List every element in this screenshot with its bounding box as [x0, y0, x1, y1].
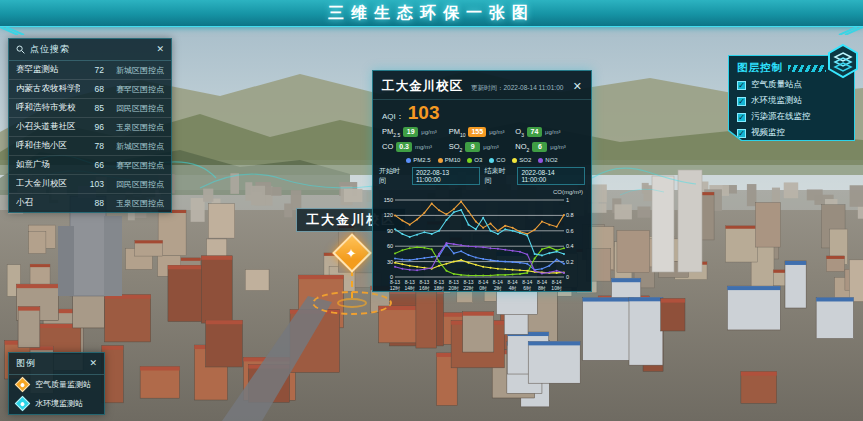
layer-item-pollution-sources[interactable]: ✓ 污染源在线监控 [737, 111, 846, 123]
legend-dot [512, 158, 517, 163]
checkbox-checked[interactable]: ✓ [737, 97, 746, 106]
station-row[interactable]: 工大金川校区 103 回民区国控点 [9, 175, 171, 194]
svg-text:0.6: 0.6 [566, 228, 574, 234]
close-icon[interactable]: ✕ [89, 359, 97, 368]
svg-text:150: 150 [384, 197, 393, 203]
station-panel-header: 点位搜索 ✕ [9, 39, 171, 61]
legend-item-air: 空气质量监测站 [9, 375, 104, 394]
svg-text:20时: 20时 [449, 285, 460, 291]
station-row[interactable]: 如意广场 66 赛罕区国控点 [9, 156, 171, 175]
end-time-label: 结束时间 [485, 166, 513, 186]
air-station-icon [15, 377, 31, 393]
pollutant-so2: SO2 9 μg/m³ [449, 142, 516, 153]
right-axis-title: CO(mg/m³) [373, 188, 591, 195]
pollutant-o3: O3 74 μg/m³ [515, 127, 582, 138]
start-time-input[interactable]: 2022-08-13 11:00:00 [412, 167, 480, 185]
legend-dot [406, 158, 411, 163]
svg-text:6时: 6时 [523, 285, 531, 291]
station-row[interactable]: 小召头道巷社区 96 玉泉区国控点 [9, 118, 171, 137]
water-station-icon [15, 396, 31, 412]
pollutant-unit: μg/m³ [489, 129, 504, 135]
pollutant-unit: μg/m³ [483, 144, 498, 150]
svg-text:2时: 2时 [494, 285, 502, 291]
station-type: 赛罕区国控点 [104, 160, 164, 171]
station-name: 小召 [16, 197, 80, 209]
layer-item-air-stations[interactable]: ✓ 空气质量站点 [737, 79, 846, 91]
pollutant-unit: μg/m³ [421, 129, 436, 135]
station-row[interactable]: 赛罕监测站 72 新城区国控点 [9, 61, 171, 80]
layer-item-video[interactable]: ✓ 视频监控 [737, 127, 846, 139]
station-row[interactable]: 呼和佳地小区 78 新城区国控点 [9, 137, 171, 156]
popup-update-time: 更新时间：2022-08-14 11:01:00 [471, 84, 573, 93]
layer-panel-title: 图层控制 [737, 61, 783, 75]
pollutant-value-badge: 155 [468, 127, 486, 137]
layer-control-panel: 图层控制 ✓ 空气质量站点 ✓ 水环境监测站 ✓ 污染源在线监控 ✓ 视频监控 … [728, 55, 855, 141]
station-name: 呼和佳地小区 [16, 140, 80, 152]
station-type: 回民区国控点 [104, 179, 164, 190]
checkbox-checked[interactable]: ✓ [737, 81, 746, 90]
search-icon [16, 45, 25, 54]
end-time-input[interactable]: 2022-08-14 11:00:00 [517, 167, 585, 185]
station-type: 新城区国控点 [104, 65, 164, 76]
svg-text:1: 1 [566, 197, 569, 203]
station-detail-popup: 工大金川校区 更新时间：2022-08-14 11:01:00 ✕ AQI： 1… [372, 70, 592, 292]
svg-text:0时: 0时 [479, 285, 487, 291]
station-name: 呼和浩特市党校 [16, 102, 80, 114]
pollutant-unit: μg/m³ [550, 144, 565, 150]
svg-text:14时: 14时 [404, 285, 415, 291]
station-aqi: 68 [80, 84, 104, 94]
station-name: 如意广场 [16, 159, 80, 171]
close-icon[interactable]: ✕ [573, 82, 582, 91]
pollutant-unit: mg/m³ [415, 144, 432, 150]
station-type: 玉泉区国控点 [104, 122, 164, 133]
legend-chip: CO [489, 157, 505, 163]
marker-glyph: ✦ [339, 241, 363, 267]
close-icon[interactable]: ✕ [156, 45, 164, 54]
station-aqi: 78 [80, 141, 104, 151]
svg-text:0.8: 0.8 [566, 212, 574, 218]
pollutant-value-badge: 6 [532, 142, 547, 152]
svg-text:0.2: 0.2 [566, 259, 574, 265]
station-aqi: 85 [80, 103, 104, 113]
station-row[interactable]: 小召 88 玉泉区国控点 [9, 194, 171, 212]
aqi-label: AQI： [382, 111, 404, 122]
start-time-label: 开始时间 [379, 166, 407, 186]
svg-text:22时: 22时 [463, 285, 474, 291]
layer-item-label: 视频监控 [751, 127, 785, 139]
checkbox-checked[interactable]: ✓ [737, 113, 746, 122]
station-type: 回民区国控点 [104, 103, 164, 114]
popup-title: 工大金川校区 [382, 78, 463, 95]
pollutant-trend-chart: 030609012015000.20.40.60.818-1312时8-1314… [378, 195, 586, 293]
pollutant-pm25: PM2.5 19 μg/m³ [382, 127, 449, 138]
legend-chip: PM10 [438, 157, 461, 163]
station-panel-title: 点位搜索 [30, 43, 151, 56]
popup-header: 工大金川校区 更新时间：2022-08-14 11:01:00 ✕ [373, 71, 591, 100]
app-stage: 三维生态环保一张图 点位搜索 ✕ 赛罕监测站 72 新城区国控点 内蒙古农牧科学… [0, 0, 863, 421]
legend-chip: O3 [467, 157, 482, 163]
pollutant-value-badge: 0.3 [396, 142, 412, 152]
svg-text:12时: 12时 [390, 285, 401, 291]
station-search-panel: 点位搜索 ✕ 赛罕监测站 72 新城区国控点 内蒙古农牧科学院 68 赛罕区国控… [8, 38, 172, 213]
checkbox-checked[interactable]: ✓ [737, 129, 746, 138]
legend-item-label: 水环境监测站 [35, 398, 83, 409]
layers-hexagon-icon[interactable] [825, 43, 861, 79]
svg-text:4时: 4时 [509, 285, 517, 291]
legend-chip: PM2.5 [406, 157, 430, 163]
station-aqi: 72 [80, 65, 104, 75]
legend-chip: SO2 [512, 157, 531, 163]
svg-text:90: 90 [387, 228, 393, 234]
pollutant-value-badge: 19 [403, 127, 418, 137]
layer-item-water-stations[interactable]: ✓ 水环境监测站 [737, 95, 846, 107]
header-accent-left [0, 27, 60, 35]
svg-text:10时: 10时 [551, 285, 562, 291]
pollutant-value-badge: 9 [465, 142, 480, 152]
station-row[interactable]: 内蒙古农牧科学院 68 赛罕区国控点 [9, 80, 171, 99]
pollutant-no2: NO2 6 μg/m³ [515, 142, 582, 153]
time-range-row: 开始时间 2022-08-13 11:00:00 结束时间 2022-08-14… [373, 164, 591, 188]
station-row[interactable]: 呼和浩特市党校 85 回民区国控点 [9, 99, 171, 118]
pollutant-unit: μg/m³ [545, 129, 560, 135]
legend-panel-header: 图例 ✕ [9, 353, 104, 375]
svg-text:30: 30 [387, 259, 393, 265]
page-title: 三维生态环保一张图 [328, 3, 535, 24]
update-time-label: 更新时间： [471, 84, 504, 91]
